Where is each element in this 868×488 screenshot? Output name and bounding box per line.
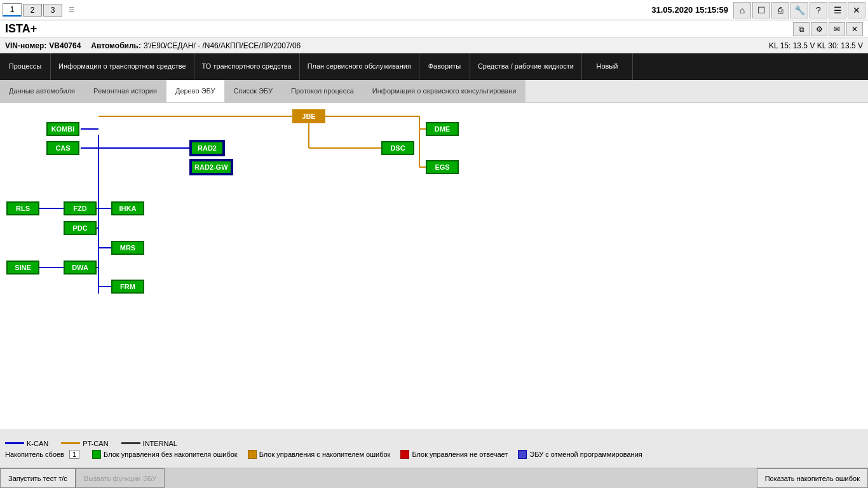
ecu-frm[interactable]: FRM <box>111 280 144 294</box>
legend-ptcan: PT-CAN <box>61 440 108 447</box>
nav-vehicle-info[interactable]: Информация о транспортном средстве <box>51 53 194 80</box>
nav-service[interactable]: ТО транспортного средства <box>194 53 300 80</box>
app-title: ISTA+ <box>5 22 37 36</box>
bottom-legend: K-CAN PT-CAN INTERNAL Накопитель сбоев 1… <box>0 430 868 468</box>
kcan-label: K-CAN <box>27 440 48 447</box>
with-faults-label: Блок управления с накопителем ошибок <box>259 451 391 458</box>
app-bar-icons: ⧉ ⚙ ✉ ✕ <box>793 22 863 36</box>
ecu-rls[interactable]: RLS <box>6 201 39 215</box>
internal-label: INTERNAL <box>143 440 177 447</box>
content-area: KOMBI CAS RAD2 RAD2-GW JBE DSC DME EGS R… <box>0 103 868 430</box>
ecu-mrs[interactable]: MRS <box>111 241 144 255</box>
subnav-ecu-tree[interactable]: Дерево ЭБУ <box>166 80 225 102</box>
vin-label: VIN-номер: <box>5 41 46 50</box>
car-value: 3'/E90/СЕДАН/ - /N46/АКПП/ЕСЕ/ЛР/2007/06 <box>144 41 301 50</box>
datetime: 31.05.2020 15:15:59 <box>651 5 728 15</box>
title-icons: ⌂ ☐ ⎙ 🔧 ? ☰ ✕ <box>733 2 865 18</box>
ptcan-label: PT-CAN <box>83 440 108 447</box>
print-icon[interactable]: ⎙ <box>771 2 789 18</box>
legend-line-colors: K-CAN PT-CAN INTERNAL <box>5 440 863 447</box>
nav-service-plan[interactable]: План сервисного обслуживания <box>300 53 419 80</box>
subnav-history[interactable]: Ремонтная история <box>85 80 166 102</box>
ecu-rad2-gw[interactable]: RAD2-GW <box>191 160 232 174</box>
tab-3[interactable]: 3 <box>43 4 62 17</box>
close-icon[interactable]: ✕ <box>848 2 865 18</box>
indicator-with-faults: Блок управления с накопителем ошибок <box>248 450 391 459</box>
action-bar: Запустить тест т/с Вызвать функции ЭБУ П… <box>0 468 868 488</box>
no-response-label: Блок управления не отвечает <box>412 451 508 458</box>
ecu-fzd[interactable]: FZD <box>64 201 97 215</box>
internal-line <box>121 442 140 444</box>
home-icon[interactable]: ⌂ <box>733 2 751 18</box>
with-faults-icon <box>248 450 257 459</box>
no-faults-icon <box>92 450 101 459</box>
ecu-ihka[interactable]: IHKA <box>111 201 144 215</box>
ecu-pdc[interactable]: PDC <box>64 221 97 235</box>
subnav-ecu-list[interactable]: Список ЭБУ <box>225 80 283 102</box>
tab-1[interactable]: 1 <box>3 3 22 17</box>
nav-processes[interactable]: Процессы <box>0 53 51 80</box>
show-faults-button[interactable]: Показать накопитель ошибок <box>757 468 868 488</box>
run-test-button[interactable]: Запустить тест т/с <box>0 468 76 488</box>
wrench-icon[interactable]: 🔧 <box>790 2 808 18</box>
legend-indicators: Накопитель сбоев 1 Блок управления без н… <box>5 450 863 459</box>
copy-icon[interactable]: ⧉ <box>793 22 810 36</box>
help-icon[interactable]: ? <box>810 2 827 18</box>
menu-icon[interactable]: ☰ <box>829 2 846 18</box>
kl-info: KL 15: 13.5 V KL 30: 13.5 V <box>769 41 863 50</box>
indicator-no-response: Блок управления не отвечает <box>400 450 508 459</box>
indicator-faults: Накопитель сбоев 1 <box>5 450 82 459</box>
ptcan-line <box>61 442 80 444</box>
legend-kcan: K-CAN <box>5 440 48 447</box>
call-functions-button[interactable]: Вызвать функции ЭБУ <box>76 468 165 488</box>
ecu-jbe[interactable]: JBE <box>292 109 325 123</box>
legend-internal: INTERNAL <box>121 440 177 447</box>
ecu-diagram: KOMBI CAS RAD2 RAD2-GW JBE DSC DME EGS R… <box>0 103 868 430</box>
title-bar: 1 2 3 ☰ 31.05.2020 15:15:59 ⌂ ☐ ⎙ 🔧 ? ☰ … <box>0 0 868 20</box>
cancelled-icon <box>518 450 527 459</box>
faults-count: 1 <box>69 450 79 459</box>
no-response-icon <box>400 450 409 459</box>
sub-nav: Данные автомобиля Ремонтная история Дере… <box>0 80 868 103</box>
kcan-line <box>5 442 24 444</box>
nav-new[interactable]: Новый <box>582 53 633 80</box>
ecu-kombi[interactable]: KOMBI <box>46 122 79 136</box>
nav-favorites[interactable]: Фавориты <box>419 53 470 80</box>
settings-icon[interactable]: ⚙ <box>811 22 827 36</box>
mail-icon[interactable]: ✉ <box>829 22 845 36</box>
ecu-dsc[interactable]: DSC <box>381 141 414 155</box>
faults-label: Накопитель сбоев <box>5 451 64 458</box>
vin-bar: VIN-номер: VB40764 Автомобиль: 3'/E90/СЕ… <box>0 38 868 53</box>
cancelled-label: ЭБУ с отменой программирования <box>529 451 642 458</box>
app-bar: ISTA+ ⧉ ⚙ ✉ ✕ <box>0 20 868 38</box>
subnav-consult[interactable]: Информация о сервисного консультировани <box>363 80 526 102</box>
tab-2[interactable]: 2 <box>23 4 42 17</box>
no-faults-label: Блок управления без накопителя ошибок <box>104 451 238 458</box>
ecu-dwa[interactable]: DWA <box>64 261 97 274</box>
vin-value: VB40764 <box>49 41 81 50</box>
ecu-sine[interactable]: SINE <box>6 261 39 274</box>
diagram-lines <box>0 103 868 430</box>
close-app-icon[interactable]: ✕ <box>846 22 863 36</box>
indicator-cancelled: ЭБУ с отменой программирования <box>518 450 642 459</box>
nav-tools[interactable]: Средства / рабочие жидкости <box>470 53 582 80</box>
ecu-cas[interactable]: CAS <box>46 141 79 155</box>
main-nav: Процессы Информация о транспортном средс… <box>0 53 868 80</box>
ecu-dme[interactable]: DME <box>426 122 459 136</box>
subnav-data[interactable]: Данные автомобиля <box>0 80 85 102</box>
car-label: Автомобиль: <box>91 41 141 50</box>
ecu-rad2[interactable]: RAD2 <box>191 141 224 155</box>
ecu-egs[interactable]: EGS <box>426 160 459 174</box>
screen-icon[interactable]: ☐ <box>752 2 770 18</box>
subnav-protocol[interactable]: Протокол процесса <box>282 80 363 102</box>
indicator-no-faults: Блок управления без накопителя ошибок <box>92 450 238 459</box>
